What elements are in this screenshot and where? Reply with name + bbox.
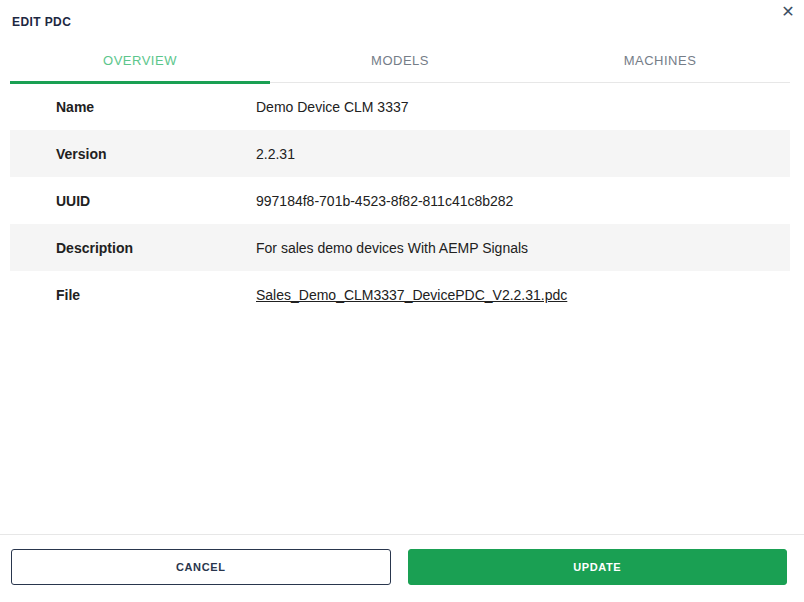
- field-value: Demo Device CLM 3337: [256, 99, 409, 115]
- dialog-header: EDIT PDC: [0, 0, 804, 26]
- field-value: 997184f8-701b-4523-8f82-811c41c8b282: [256, 193, 513, 209]
- edit-pdc-dialog: EDIT PDC ✕ OVERVIEWMODELSMACHINES NameDe…: [0, 0, 804, 602]
- dialog-title: EDIT PDC: [12, 15, 71, 29]
- field-row-version: Version2.2.31: [10, 130, 790, 177]
- tab-bar: OVERVIEWMODELSMACHINES: [10, 45, 790, 83]
- field-value: For sales demo devices With AEMP Signals: [256, 240, 528, 256]
- field-list: NameDemo Device CLM 3337Version2.2.31UUI…: [10, 83, 790, 318]
- close-icon[interactable]: ✕: [776, 0, 800, 24]
- file-link[interactable]: Sales_Demo_CLM3337_DevicePDC_V2.2.31.pdc: [256, 287, 567, 303]
- field-row-uuid: UUID997184f8-701b-4523-8f82-811c41c8b282: [10, 177, 790, 224]
- field-label: Name: [56, 99, 256, 115]
- tab-models[interactable]: MODELS: [270, 45, 530, 82]
- content-spacer: [0, 318, 804, 534]
- field-label: Version: [56, 146, 256, 162]
- dialog-footer: CANCEL UPDATE: [0, 534, 804, 602]
- field-row-file: FileSales_Demo_CLM3337_DevicePDC_V2.2.31…: [10, 271, 790, 318]
- field-label: Description: [56, 240, 256, 256]
- tab-machines[interactable]: MACHINES: [530, 45, 790, 82]
- update-button[interactable]: UPDATE: [408, 549, 788, 585]
- field-row-description: DescriptionFor sales demo devices With A…: [10, 224, 790, 271]
- field-row-name: NameDemo Device CLM 3337: [10, 83, 790, 130]
- tab-overview[interactable]: OVERVIEW: [10, 45, 270, 82]
- field-label: UUID: [56, 193, 256, 209]
- cancel-button[interactable]: CANCEL: [11, 549, 391, 585]
- field-value: 2.2.31: [256, 146, 295, 162]
- field-label: File: [56, 287, 256, 303]
